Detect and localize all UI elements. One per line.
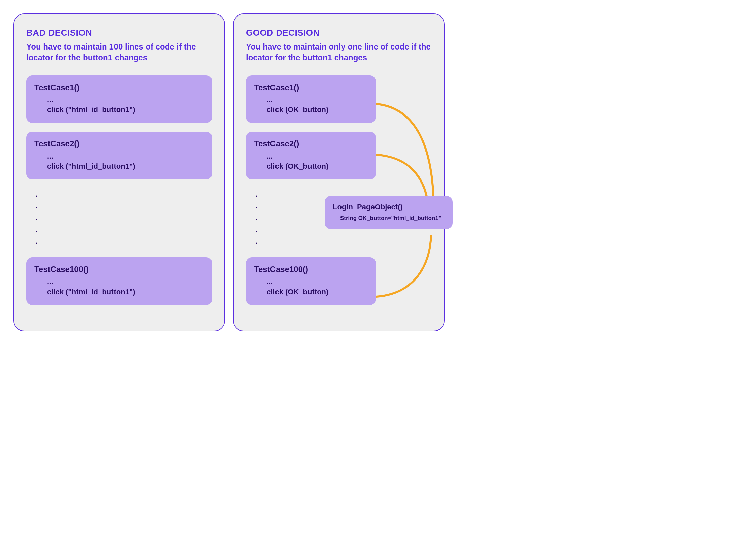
- code-action: click (OK_button): [267, 287, 328, 296]
- code-action: click (OK_button): [267, 162, 328, 170]
- card-title: TestCase2(): [254, 139, 368, 148]
- code-ellipsis: ...: [47, 151, 204, 161]
- dot: .: [36, 235, 212, 247]
- vertical-dots: . . . . .: [246, 188, 432, 248]
- code-ellipsis: ...: [267, 151, 368, 161]
- code-ellipsis: ...: [47, 95, 204, 105]
- vertical-dots: . . . . .: [26, 188, 212, 248]
- testcase-card: TestCase1() ... click (OK_button): [246, 75, 376, 123]
- code-action: click ("html_id_button1"): [47, 106, 135, 114]
- card-title: TestCase100(): [34, 265, 204, 274]
- bad-card-stack: TestCase1() ... click ("html_id_button1"…: [26, 75, 212, 305]
- code-ellipsis: ...: [267, 277, 368, 287]
- card-code: ... click (OK_button): [254, 151, 368, 171]
- card-title: TestCase1(): [254, 83, 368, 92]
- card-title: TestCase2(): [34, 139, 204, 148]
- dot: .: [36, 224, 212, 235]
- code-action: click ("html_id_button1"): [47, 287, 135, 296]
- card-title: TestCase1(): [34, 83, 204, 92]
- bad-panel-title: BAD DECISION: [26, 28, 212, 38]
- bad-panel-subtitle: You have to maintain 100 lines of code i…: [26, 41, 212, 63]
- bad-decision-panel: BAD DECISION You have to maintain 100 li…: [14, 14, 225, 331]
- good-panel-subtitle: You have to maintain only one line of co…: [246, 41, 432, 63]
- testcase-card: TestCase100() ... click ("html_id_button…: [26, 257, 212, 305]
- code-action: click ("html_id_button1"): [47, 162, 135, 170]
- testcase-card: TestCase2() ... click ("html_id_button1"…: [26, 132, 212, 179]
- dot: .: [255, 235, 432, 247]
- testcase-card: TestCase1() ... click ("html_id_button1"…: [26, 75, 212, 123]
- card-code: ... click (OK_button): [254, 277, 368, 297]
- card-code: ... click ("html_id_button1"): [34, 277, 204, 297]
- code-ellipsis: ...: [267, 95, 368, 105]
- dot: .: [36, 188, 212, 200]
- testcase-card: TestCase100() ... click (OK_button): [246, 257, 376, 305]
- dot: .: [255, 224, 432, 235]
- card-code: ... click (OK_button): [254, 95, 368, 115]
- card-code: ... click ("html_id_button1"): [34, 151, 204, 171]
- card-title: TestCase100(): [254, 265, 368, 274]
- dot: .: [255, 200, 432, 212]
- code-ellipsis: ...: [47, 277, 204, 287]
- good-decision-panel: GOOD DECISION You have to maintain only …: [233, 14, 445, 331]
- dot: .: [255, 188, 432, 200]
- code-action: click (OK_button): [267, 106, 328, 114]
- card-code: ... click ("html_id_button1"): [34, 95, 204, 115]
- testcase-card: TestCase2() ... click (OK_button): [246, 132, 376, 179]
- good-card-stack: TestCase1() ... click (OK_button) TestCa…: [246, 75, 432, 305]
- good-panel-title: GOOD DECISION: [246, 28, 432, 38]
- dot: .: [255, 212, 432, 224]
- dot: .: [36, 200, 212, 212]
- comparison-container: BAD DECISION You have to maintain 100 li…: [14, 14, 445, 331]
- dot: .: [36, 212, 212, 224]
